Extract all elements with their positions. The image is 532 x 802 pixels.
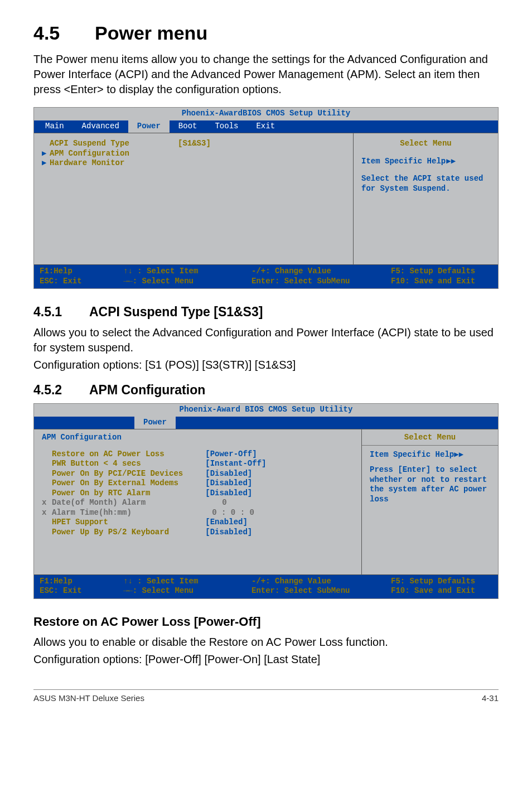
tab-power[interactable]: Power: [128, 120, 170, 133]
item-power-modem[interactable]: Power On By External Modems: [42, 479, 183, 489]
hint-enter: Enter: Select SubMenu: [252, 586, 391, 596]
item-value: [Disabled]: [205, 528, 354, 538]
apm-help-panel: Select Menu Item Specific Help▶▶ Press […: [361, 429, 498, 574]
item-date-alarm: xDate(of Month) Alarm: [42, 498, 183, 508]
hint-esc: ESC: Exit: [40, 586, 123, 596]
item-label: Restore on AC Power Loss: [52, 450, 165, 460]
subsection-451: 4.5.1ACPI Suspend Type [S1&S3]: [33, 305, 499, 320]
item-label: Date(of Month) Alarm: [52, 498, 146, 508]
hint-f1: F1:Help: [40, 577, 123, 587]
tab-spacer: [34, 417, 134, 429]
footer-product: ASUS M3N-HT Deluxe Series: [33, 693, 144, 703]
item-label: HPET Support: [52, 518, 108, 528]
subsection-452: 4.5.2APM Configuration: [33, 383, 499, 398]
select-menu-label: Select Menu: [361, 139, 490, 149]
item-ps2-keyboard[interactable]: Power Up By PS/2 Keyboard: [42, 528, 183, 538]
bios-title: Phoenix-Award BIOS CMOS Setup Utility: [34, 404, 498, 417]
item-hardware-monitor[interactable]: ▶ Hardware Monitor: [42, 158, 345, 168]
bios-title: Phoenix-AwardBIOS CMOS Setup Utility: [34, 108, 498, 120]
subsection-451-options: Configuration options: [S1 (POS)] [S3(ST…: [33, 357, 499, 373]
subsection-451-text: Allows you to select the Advanced Config…: [33, 325, 499, 355]
bios-screenshot-power: Phoenix-AwardBIOS CMOS Setup Utility Mai…: [33, 107, 499, 289]
tab-tools[interactable]: Tools: [206, 120, 247, 133]
hint-select-item: ↑↓ : Select Item: [123, 267, 252, 277]
item-value: [Power-Off]: [205, 450, 354, 460]
footer-rule: [33, 689, 499, 690]
hint-esc: ESC: Exit: [40, 277, 123, 287]
bios-screenshot-apm: Phoenix-Award BIOS CMOS Setup Utility Po…: [33, 403, 499, 599]
item-specific-help: Item Specific Help▶▶: [370, 450, 490, 460]
hint-select-menu: →←: Select Menu: [123, 277, 252, 287]
item-apm-config[interactable]: ▶ APM Configuration: [42, 149, 345, 159]
hint-f10: F10: Save and Exit: [391, 277, 492, 287]
hint-change-value: -/+: Change Value: [252, 267, 391, 277]
hint-enter: Enter: Select SubMenu: [252, 277, 391, 287]
disabled-x-icon: x: [42, 498, 52, 508]
hint-select-menu: →←: Select Menu: [123, 586, 252, 596]
select-menu-label: Select Menu: [362, 433, 498, 446]
subsection-number: 4.5.1: [33, 305, 89, 320]
subsection-title: ACPI Suspend Type [S1&S3]: [89, 305, 263, 319]
tab-spacer: [176, 417, 498, 429]
item-value: [Disabled]: [205, 489, 354, 499]
bios-tabbar: Main Advanced Power Boot Tools Exit: [34, 120, 498, 133]
restore-heading: Restore on AC Power Loss [Power-Off]: [33, 615, 499, 629]
item-label: APM Configuration: [50, 149, 178, 159]
item-label: Power On By External Modems: [52, 479, 178, 489]
caret: [42, 139, 50, 149]
item-label: PWR Button < 4 secs: [52, 459, 141, 469]
submenu-caret-icon: ▶: [42, 158, 50, 168]
hint-f1: F1:Help: [40, 267, 123, 277]
item-value: [Instant-Off]: [205, 459, 354, 469]
item-specific-help: Item Specific Help▶▶: [361, 157, 490, 167]
disabled-x-icon: x: [42, 508, 52, 518]
apm-subtitle: APM Configuration: [34, 429, 361, 446]
section-intro: The Power menu items allow you to change…: [33, 52, 499, 97]
item-value: [S1&S3]: [178, 139, 211, 149]
tab-power[interactable]: Power: [134, 417, 176, 429]
item-value: 0: [205, 498, 354, 508]
item-label: Power On by RTC Alarm: [52, 489, 150, 499]
item-value: [Disabled]: [205, 469, 354, 479]
item-label: Power On By PCI/PCIE Devices: [52, 469, 183, 479]
item-power-rtc[interactable]: Power On by RTC Alarm: [42, 489, 183, 499]
subsection-number: 4.5.2: [33, 383, 89, 398]
subsection-title: APM Configuration: [89, 383, 205, 397]
item-label: Hardware Monitor: [50, 158, 178, 168]
item-value: 0 : 0 : 0: [205, 508, 354, 518]
hint-f5: F5: Setup Defaults: [391, 577, 492, 587]
section-title: Power menu: [95, 22, 207, 44]
bios-footer: F1:Help ESC: Exit ↑↓ : Select Item →←: S…: [34, 575, 498, 598]
arrows-icon: ▶▶: [446, 157, 456, 167]
tab-advanced[interactable]: Advanced: [73, 120, 128, 133]
hint-f5: F5: Setup Defaults: [391, 267, 492, 277]
tab-exit[interactable]: Exit: [247, 120, 284, 133]
section-number: 4.5: [33, 22, 95, 44]
item-alarm-time: xAlarm Time(hh:mm): [42, 508, 183, 518]
item-value: [Disabled]: [205, 479, 354, 489]
item-power-pci[interactable]: Power On By PCI/PCIE Devices: [42, 469, 183, 479]
tab-boot[interactable]: Boot: [170, 120, 206, 133]
restore-options: Configuration options: [Power-Off] [Powe…: [33, 652, 499, 667]
hint-select-item: ↑↓ : Select Item: [123, 577, 252, 587]
bios-help-panel: Select Menu Item Specific Help▶▶ Select …: [353, 133, 498, 264]
item-acpi-suspend[interactable]: ACPI Suspend Type [S1&S3]: [42, 139, 345, 149]
help-description: Select the ACPI state used for System Su…: [361, 174, 490, 194]
apm-items: Restore on AC Power Loss PWR Button < 4 …: [34, 446, 361, 574]
item-value: [Enabled]: [205, 518, 354, 528]
bios-items-panel: ACPI Suspend Type [S1&S3] ▶ APM Configur…: [34, 133, 353, 264]
item-label: ACPI Suspend Type: [50, 139, 178, 149]
item-pwr-button[interactable]: PWR Button < 4 secs: [42, 459, 183, 469]
item-hpet[interactable]: HPET Support: [42, 518, 183, 528]
tab-main[interactable]: Main: [36, 120, 73, 133]
item-restore-ac[interactable]: Restore on AC Power Loss: [42, 450, 183, 460]
restore-text: Allows you to enable or disable the Rest…: [33, 635, 499, 650]
hint-f10: F10: Save and Exit: [391, 586, 492, 596]
bios-tabbar: Power: [34, 417, 498, 429]
item-label: Power Up By PS/2 Keyboard: [52, 528, 169, 538]
bios-footer: F1:Help ESC: Exit ↑↓ : Select Item →←: S…: [34, 265, 498, 288]
help-description: Press [Enter] to select whether or not t…: [370, 465, 490, 504]
page-footer: ASUS M3N-HT Deluxe Series 4-31: [33, 693, 499, 703]
item-label: Alarm Time(hh:mm): [52, 508, 132, 518]
section-heading: 4.5Power menu: [33, 22, 499, 44]
